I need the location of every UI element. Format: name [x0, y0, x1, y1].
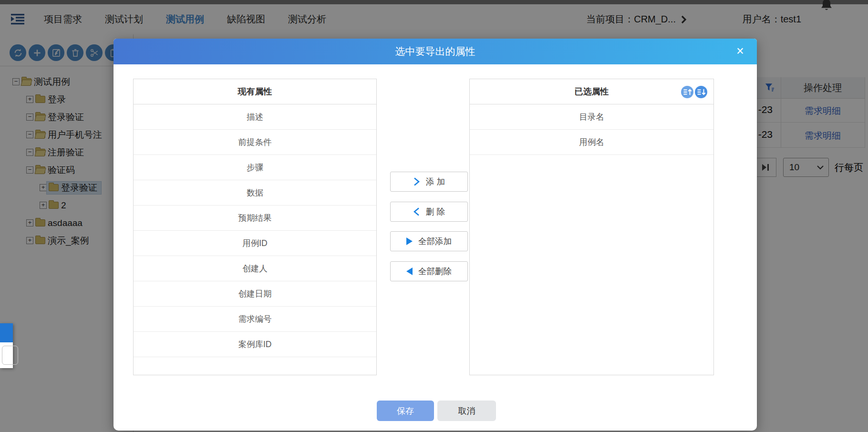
- dialog-title: 选中要导出的属性: [395, 45, 475, 58]
- selected-properties-list: 已选属性 目录名 用例名: [469, 79, 714, 375]
- triangle-right-icon: [406, 237, 413, 245]
- chevron-right-icon: [413, 177, 420, 186]
- dialog-titlebar: 选中要导出的属性 ×: [114, 39, 757, 64]
- clipped-popup-button[interactable]: [2, 346, 18, 365]
- clipped-popup-body: [0, 342, 13, 368]
- chevron-left-icon: [413, 207, 420, 216]
- selected-list-header: 已选属性: [470, 79, 713, 104]
- triangle-left-icon: [406, 267, 413, 275]
- property-item[interactable]: 前提条件: [134, 130, 376, 155]
- remove-selected-button[interactable]: 删 除: [390, 202, 468, 222]
- close-icon[interactable]: ×: [733, 44, 747, 59]
- clipped-edge-popup: [0, 323, 13, 368]
- move-down-icon[interactable]: [694, 85, 708, 99]
- available-properties-list: 现有属性 描述 前提条件 步骤 数据 预期结果 用例ID 创建人 创建日期 需求…: [133, 79, 377, 375]
- clipped-popup-header: [0, 323, 13, 342]
- property-item[interactable]: 描述: [134, 104, 376, 130]
- property-item[interactable]: 需求编号: [134, 307, 376, 332]
- property-item[interactable]: 创建日期: [134, 281, 376, 307]
- selected-property-item[interactable]: 目录名: [470, 104, 713, 130]
- add-selected-button[interactable]: 添 加: [390, 172, 468, 192]
- app-root: 项目需求 测试计划 测试用例 缺陷视图 测试分析 当前项目： CRM_D... …: [0, 0, 868, 432]
- property-item[interactable]: 步骤: [134, 155, 376, 180]
- property-item[interactable]: 用例ID: [134, 231, 376, 256]
- available-list-header: 现有属性: [134, 79, 376, 104]
- add-all-button[interactable]: 全部添加: [390, 231, 468, 251]
- property-item[interactable]: 预期结果: [134, 206, 376, 231]
- move-up-icon[interactable]: [681, 85, 694, 99]
- save-button[interactable]: 保存: [377, 401, 434, 421]
- export-properties-dialog: 选中要导出的属性 × 现有属性 描述 前提条件 步骤 数据 预期结果 用例ID …: [114, 39, 757, 431]
- selected-property-item[interactable]: 用例名: [470, 130, 713, 155]
- cancel-button[interactable]: 取消: [437, 401, 496, 421]
- remove-all-button[interactable]: 全部删除: [390, 261, 468, 281]
- property-item[interactable]: 数据: [134, 180, 376, 206]
- reorder-controls: [680, 85, 708, 99]
- property-item[interactable]: 创建人: [134, 256, 376, 281]
- property-item[interactable]: 案例库ID: [134, 332, 376, 357]
